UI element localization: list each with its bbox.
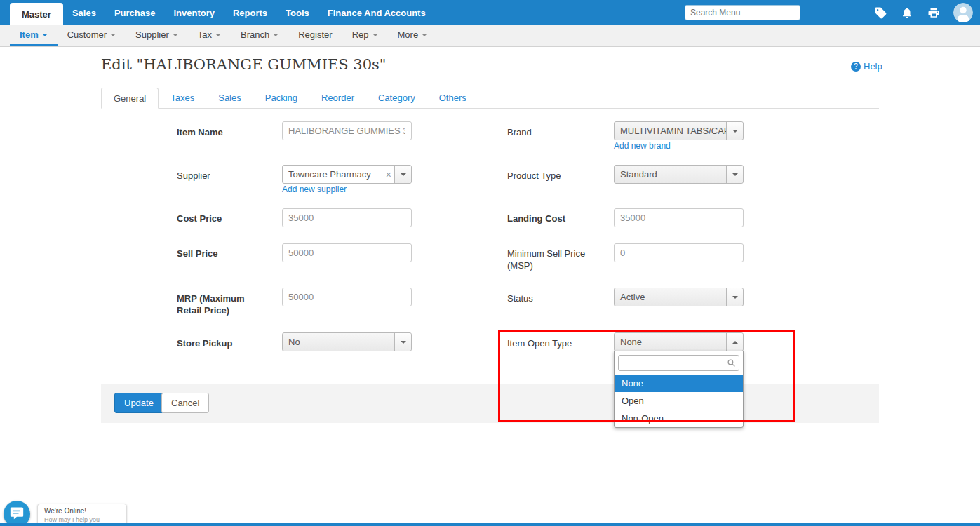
chevron-down-icon xyxy=(422,34,427,36)
tab-category[interactable]: Category xyxy=(366,87,427,108)
store-pickup-select[interactable]: No xyxy=(282,332,412,351)
item-open-type-value: None xyxy=(615,337,726,347)
bell-icon[interactable] xyxy=(900,6,914,20)
status-label: Status xyxy=(507,292,591,304)
supplier-value: Towncare Pharmacy xyxy=(283,169,383,180)
cost-price-input[interactable] xyxy=(282,208,412,227)
nav-finance-and-accounts[interactable]: Finance And Accounts xyxy=(318,0,435,25)
dropdown-option-none[interactable]: None xyxy=(615,375,743,392)
secondary-navigation-bar: Item Customer Supplier Tax Branch Regist… xyxy=(0,25,980,47)
item-open-type-select[interactable]: None xyxy=(614,332,744,351)
chevron-down-icon xyxy=(401,341,406,344)
nav-reports[interactable]: Reports xyxy=(224,0,276,25)
form-footer: Update Cancel xyxy=(101,384,879,423)
search-icon xyxy=(727,358,736,370)
tab-sales[interactable]: Sales xyxy=(206,87,253,108)
chevron-down-icon xyxy=(173,34,178,36)
chevron-down-icon xyxy=(215,34,221,36)
mrp-label: MRP (Maximum Retail Price) xyxy=(177,292,267,316)
add-new-brand-link[interactable]: Add new brand xyxy=(614,141,671,151)
nav-sales[interactable]: Sales xyxy=(63,0,105,25)
dropdown-option-open[interactable]: Open xyxy=(615,392,743,410)
landing-cost-input[interactable] xyxy=(614,208,744,227)
dropdown-option-non-open[interactable]: Non-Open xyxy=(615,410,743,427)
search-menu-input[interactable] xyxy=(685,5,800,20)
form-tabs: General Taxes Sales Packing Reorder Cate… xyxy=(101,87,879,109)
printer-icon[interactable] xyxy=(927,6,941,20)
nav-purchase[interactable]: Purchase xyxy=(105,0,165,25)
item-name-label: Item Name xyxy=(177,126,261,138)
item-open-type-dropdown-panel: None Open Non-Open xyxy=(614,351,744,428)
subnav-customer[interactable]: Customer xyxy=(58,25,126,46)
tab-packing[interactable]: Packing xyxy=(253,87,309,108)
nav-master-tab[interactable]: Master xyxy=(10,3,63,25)
product-type-select[interactable]: Standard xyxy=(614,165,744,184)
subnav-register[interactable]: Register xyxy=(288,25,342,46)
supplier-dropdown-button[interactable] xyxy=(394,166,411,183)
nav-tools[interactable]: Tools xyxy=(276,0,318,25)
user-avatar[interactable] xyxy=(953,3,973,22)
status-dropdown-button[interactable] xyxy=(726,288,743,306)
nav-inventory[interactable]: Inventory xyxy=(164,0,224,25)
top-navigation-bar: Master Sales Purchase Inventory Reports … xyxy=(0,0,980,25)
msp-input[interactable] xyxy=(614,243,744,262)
store-pickup-value: No xyxy=(283,337,394,347)
tag-icon[interactable] xyxy=(873,6,887,20)
status-select[interactable]: Active xyxy=(614,288,744,306)
subnav-rep[interactable]: Rep xyxy=(342,25,388,46)
item-name-input[interactable] xyxy=(282,121,412,140)
product-type-value: Standard xyxy=(615,169,726,180)
add-new-supplier-link[interactable]: Add new supplier xyxy=(282,184,347,194)
app-window: Master Sales Purchase Inventory Reports … xyxy=(0,0,980,526)
subnav-branch-label: Branch xyxy=(241,29,269,40)
subnav-branch[interactable]: Branch xyxy=(231,25,288,46)
subnav-customer-label: Customer xyxy=(67,29,107,40)
brand-label: Brand xyxy=(507,126,591,138)
item-open-type-dropdown-button[interactable] xyxy=(726,333,743,351)
brand-value: MULTIVITAMIN TABS/CAPS xyxy=(615,126,726,136)
chevron-down-icon xyxy=(110,34,116,36)
chevron-down-icon xyxy=(273,34,278,36)
tab-taxes[interactable]: Taxes xyxy=(159,87,206,108)
tab-others[interactable]: Others xyxy=(427,87,478,108)
product-type-label: Product Type xyxy=(507,170,591,182)
bottom-accent-bar xyxy=(0,523,980,526)
chevron-down-icon xyxy=(732,173,738,176)
chevron-down-icon xyxy=(372,34,378,36)
product-type-dropdown-button[interactable] xyxy=(726,166,743,183)
subnav-more[interactable]: More xyxy=(388,25,438,46)
msp-label: Minimum Sell Price (MSP) xyxy=(507,248,586,271)
chevron-down-icon xyxy=(732,130,738,133)
subnav-supplier[interactable]: Supplier xyxy=(126,25,188,46)
subnav-tax[interactable]: Tax xyxy=(188,25,231,46)
dropdown-search-input[interactable] xyxy=(618,355,739,371)
chevron-up-icon xyxy=(732,341,738,344)
brand-select[interactable]: MULTIVITAMIN TABS/CAPS xyxy=(614,121,744,140)
subnav-item[interactable]: Item xyxy=(10,25,58,46)
cost-price-label: Cost Price xyxy=(177,213,261,224)
store-pickup-dropdown-button[interactable] xyxy=(394,333,411,351)
subnav-register-label: Register xyxy=(298,29,332,40)
status-value: Active xyxy=(615,292,726,302)
clear-icon[interactable]: × xyxy=(383,169,394,180)
topbar-icon-group xyxy=(873,0,973,25)
supplier-select[interactable]: Towncare Pharmacy × xyxy=(282,165,412,184)
tab-reorder[interactable]: Reorder xyxy=(309,87,366,108)
dropdown-search-wrap xyxy=(618,355,739,371)
chat-status-text: We're Online! xyxy=(44,507,120,515)
update-button[interactable]: Update xyxy=(114,393,163,413)
sell-price-input[interactable] xyxy=(282,243,412,262)
chevron-down-icon xyxy=(732,296,738,299)
brand-dropdown-button[interactable] xyxy=(726,122,743,140)
help-link[interactable]: ? Help xyxy=(851,61,882,72)
subnav-rep-label: Rep xyxy=(352,29,369,40)
tab-general[interactable]: General xyxy=(101,88,159,109)
mrp-input[interactable] xyxy=(282,288,412,306)
landing-cost-label: Landing Cost xyxy=(507,213,591,224)
page-title: Edit "HALIBORANGE GUMMIES 30s" xyxy=(101,56,386,73)
cancel-button[interactable]: Cancel xyxy=(161,393,209,413)
subnav-more-label: More xyxy=(398,29,419,40)
subnav-supplier-label: Supplier xyxy=(135,29,169,40)
help-icon: ? xyxy=(851,62,861,72)
chat-widget-button[interactable] xyxy=(4,501,30,526)
